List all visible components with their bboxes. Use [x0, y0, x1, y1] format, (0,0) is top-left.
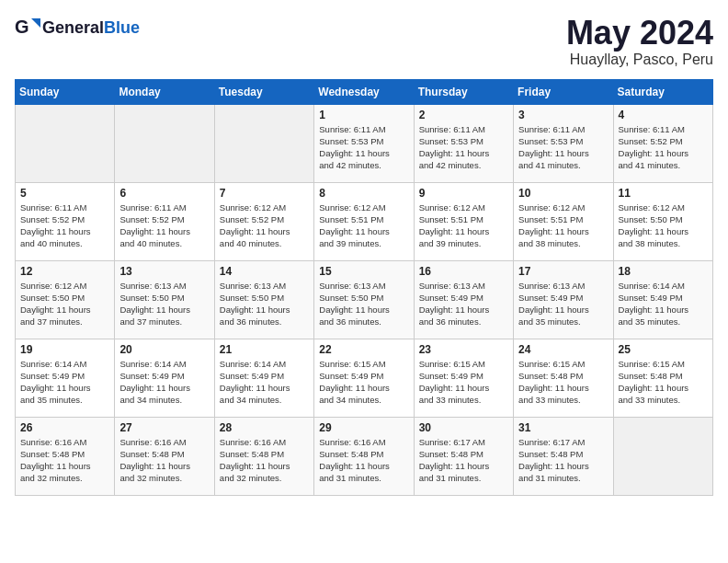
calendar-cell: 26Sunrise: 6:16 AMSunset: 5:48 PMDayligh… [16, 417, 115, 495]
logo: G GeneralBlue [15, 15, 140, 40]
day-info: Sunrise: 6:14 AMSunset: 5:49 PMDaylight:… [220, 358, 309, 407]
calendar-cell [115, 104, 214, 182]
day-number: 16 [419, 265, 508, 278]
calendar-cell: 23Sunrise: 6:15 AMSunset: 5:49 PMDayligh… [414, 339, 513, 417]
day-info: Sunrise: 6:17 AMSunset: 5:48 PMDaylight:… [419, 436, 508, 485]
calendar-cell: 9Sunrise: 6:12 AMSunset: 5:51 PMDaylight… [414, 182, 513, 260]
day-number: 29 [319, 421, 408, 434]
day-number: 31 [518, 421, 608, 434]
calendar-cell: 10Sunrise: 6:12 AMSunset: 5:51 PMDayligh… [514, 182, 613, 260]
day-number: 25 [619, 343, 708, 356]
calendar-cell: 11Sunrise: 6:12 AMSunset: 5:50 PMDayligh… [613, 182, 712, 260]
day-number: 15 [319, 265, 408, 278]
day-number: 9 [419, 187, 508, 200]
day-info: Sunrise: 6:15 AMSunset: 5:49 PMDaylight:… [419, 358, 508, 407]
day-info: Sunrise: 6:11 AMSunset: 5:53 PMDaylight:… [518, 123, 608, 172]
day-info: Sunrise: 6:11 AMSunset: 5:52 PMDaylight:… [20, 201, 109, 250]
day-info: Sunrise: 6:12 AMSunset: 5:52 PMDaylight:… [220, 201, 309, 250]
calendar-cell: 28Sunrise: 6:16 AMSunset: 5:48 PMDayligh… [214, 417, 313, 495]
day-number: 20 [119, 343, 209, 356]
calendar-cell: 15Sunrise: 6:13 AMSunset: 5:50 PMDayligh… [314, 260, 414, 339]
calendar-header-row: SundayMondayTuesdayWednesdayThursdayFrid… [16, 79, 713, 104]
day-number: 10 [518, 187, 608, 200]
month-year-title: May 2024 [566, 15, 713, 52]
day-info: Sunrise: 6:11 AMSunset: 5:53 PMDaylight:… [319, 123, 408, 172]
location-subtitle: Huayllay, Pasco, Peru [566, 52, 713, 68]
day-info: Sunrise: 6:16 AMSunset: 5:48 PMDaylight:… [319, 436, 408, 485]
day-number: 7 [220, 187, 309, 200]
day-number: 17 [518, 265, 608, 278]
column-header-thursday: Thursday [414, 79, 513, 104]
day-info: Sunrise: 6:11 AMSunset: 5:53 PMDaylight:… [419, 123, 508, 172]
day-info: Sunrise: 6:14 AMSunset: 5:49 PMDaylight:… [119, 358, 209, 407]
calendar-cell: 7Sunrise: 6:12 AMSunset: 5:52 PMDaylight… [214, 182, 313, 260]
calendar-cell: 14Sunrise: 6:13 AMSunset: 5:50 PMDayligh… [214, 260, 313, 339]
calendar-cell: 21Sunrise: 6:14 AMSunset: 5:49 PMDayligh… [214, 339, 313, 417]
calendar-cell: 25Sunrise: 6:15 AMSunset: 5:48 PMDayligh… [613, 339, 712, 417]
day-info: Sunrise: 6:11 AMSunset: 5:52 PMDaylight:… [619, 123, 708, 172]
day-number: 6 [119, 187, 209, 200]
day-info: Sunrise: 6:12 AMSunset: 5:51 PMDaylight:… [518, 201, 608, 250]
day-number: 3 [518, 109, 608, 121]
day-number: 22 [319, 343, 408, 356]
calendar-cell: 18Sunrise: 6:14 AMSunset: 5:49 PMDayligh… [613, 260, 712, 339]
column-header-wednesday: Wednesday [314, 79, 414, 104]
title-block: May 2024 Huayllay, Pasco, Peru [566, 15, 713, 68]
column-header-friday: Friday [514, 79, 613, 104]
day-number: 27 [119, 421, 209, 434]
day-number: 11 [619, 187, 708, 200]
logo-blue-text: Blue [104, 18, 140, 37]
day-info: Sunrise: 6:12 AMSunset: 5:51 PMDaylight:… [319, 201, 408, 250]
calendar-cell [16, 104, 115, 182]
calendar-week-row: 1Sunrise: 6:11 AMSunset: 5:53 PMDaylight… [16, 104, 713, 182]
calendar-cell: 3Sunrise: 6:11 AMSunset: 5:53 PMDaylight… [514, 104, 613, 182]
day-number: 21 [220, 343, 309, 356]
calendar-week-row: 19Sunrise: 6:14 AMSunset: 5:49 PMDayligh… [16, 339, 713, 417]
logo-icon: G [15, 15, 40, 40]
calendar-cell: 1Sunrise: 6:11 AMSunset: 5:53 PMDaylight… [314, 104, 414, 182]
day-info: Sunrise: 6:13 AMSunset: 5:49 PMDaylight:… [419, 280, 508, 328]
day-info: Sunrise: 6:13 AMSunset: 5:50 PMDaylight:… [220, 280, 309, 328]
day-number: 28 [220, 421, 309, 434]
calendar-cell: 30Sunrise: 6:17 AMSunset: 5:48 PMDayligh… [414, 417, 513, 495]
calendar-week-row: 12Sunrise: 6:12 AMSunset: 5:50 PMDayligh… [16, 260, 713, 339]
day-info: Sunrise: 6:17 AMSunset: 5:48 PMDaylight:… [518, 436, 608, 485]
day-info: Sunrise: 6:16 AMSunset: 5:48 PMDaylight:… [119, 436, 209, 485]
calendar-cell: 20Sunrise: 6:14 AMSunset: 5:49 PMDayligh… [115, 339, 214, 417]
logo-general-text: General [42, 18, 104, 37]
day-number: 30 [419, 421, 508, 434]
day-number: 23 [419, 343, 508, 356]
day-info: Sunrise: 6:13 AMSunset: 5:49 PMDaylight:… [518, 280, 608, 328]
day-info: Sunrise: 6:14 AMSunset: 5:49 PMDaylight:… [20, 358, 109, 407]
calendar-cell: 4Sunrise: 6:11 AMSunset: 5:52 PMDaylight… [613, 104, 712, 182]
day-info: Sunrise: 6:14 AMSunset: 5:49 PMDaylight:… [619, 280, 708, 328]
day-info: Sunrise: 6:12 AMSunset: 5:50 PMDaylight:… [619, 201, 708, 250]
calendar-cell: 27Sunrise: 6:16 AMSunset: 5:48 PMDayligh… [115, 417, 214, 495]
day-number: 14 [220, 265, 309, 278]
calendar-cell: 8Sunrise: 6:12 AMSunset: 5:51 PMDaylight… [314, 182, 414, 260]
day-info: Sunrise: 6:15 AMSunset: 5:48 PMDaylight:… [619, 358, 708, 407]
calendar-cell: 31Sunrise: 6:17 AMSunset: 5:48 PMDayligh… [514, 417, 613, 495]
column-header-saturday: Saturday [613, 79, 712, 104]
calendar-cell: 2Sunrise: 6:11 AMSunset: 5:53 PMDaylight… [414, 104, 513, 182]
day-info: Sunrise: 6:15 AMSunset: 5:48 PMDaylight:… [518, 358, 608, 407]
day-info: Sunrise: 6:13 AMSunset: 5:50 PMDaylight:… [119, 280, 209, 328]
day-number: 26 [20, 421, 109, 434]
day-number: 4 [619, 109, 708, 121]
day-info: Sunrise: 6:16 AMSunset: 5:48 PMDaylight:… [20, 436, 109, 485]
day-number: 24 [518, 343, 608, 356]
calendar-cell: 6Sunrise: 6:11 AMSunset: 5:52 PMDaylight… [115, 182, 214, 260]
svg-marker-1 [31, 18, 40, 28]
column-header-tuesday: Tuesday [214, 79, 313, 104]
calendar-cell: 17Sunrise: 6:13 AMSunset: 5:49 PMDayligh… [514, 260, 613, 339]
calendar-week-row: 5Sunrise: 6:11 AMSunset: 5:52 PMDaylight… [16, 182, 713, 260]
day-number: 2 [419, 109, 508, 121]
calendar-cell: 22Sunrise: 6:15 AMSunset: 5:49 PMDayligh… [314, 339, 414, 417]
day-number: 8 [319, 187, 408, 200]
day-number: 19 [20, 343, 109, 356]
calendar-cell: 16Sunrise: 6:13 AMSunset: 5:49 PMDayligh… [414, 260, 513, 339]
calendar-cell: 12Sunrise: 6:12 AMSunset: 5:50 PMDayligh… [16, 260, 115, 339]
day-number: 1 [319, 109, 408, 121]
calendar-table: SundayMondayTuesdayWednesdayThursdayFrid… [15, 79, 713, 496]
calendar-cell: 5Sunrise: 6:11 AMSunset: 5:52 PMDaylight… [16, 182, 115, 260]
